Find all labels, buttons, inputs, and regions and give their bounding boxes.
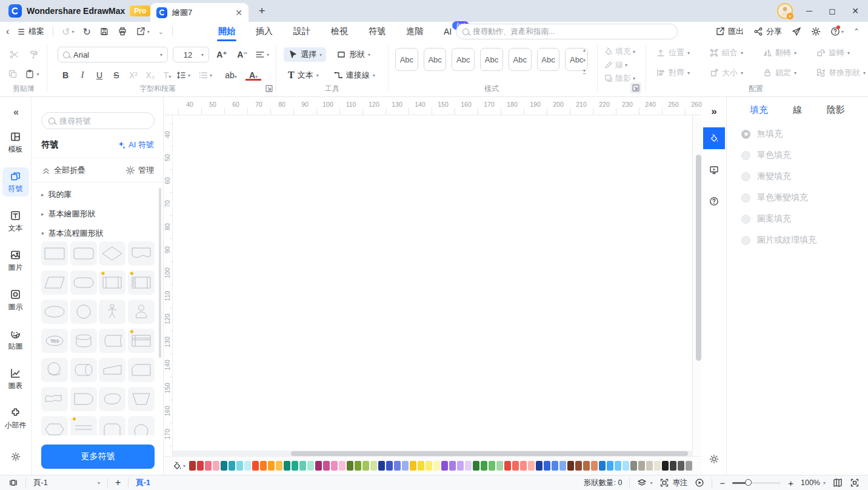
color-swatch[interactable]	[678, 461, 684, 471]
color-swatch[interactable]	[402, 461, 409, 471]
color-swatch[interactable]	[591, 461, 598, 471]
style-scroll-up[interactable]: ▴	[583, 47, 586, 53]
color-swatch[interactable]	[583, 461, 590, 471]
color-swatch[interactable]	[236, 461, 243, 471]
help-button[interactable]: ▾	[830, 27, 844, 36]
superscript-button[interactable]: X²	[125, 70, 141, 80]
shape-circle[interactable]	[70, 300, 97, 324]
color-swatch[interactable]	[536, 461, 542, 471]
zoom-slider-knob[interactable]	[745, 479, 752, 486]
more-symbols-button[interactable]: 更多符號	[41, 445, 155, 469]
subscript-button[interactable]: X₂	[142, 70, 158, 80]
fill-button[interactable]: 填充▾	[604, 46, 641, 57]
config-替換形狀-button[interactable]: 替換形狀▾	[816, 67, 866, 78]
sidebar-item-小部件[interactable]: 小部件	[2, 404, 29, 433]
more-tools-button[interactable]: ⌄	[158, 28, 164, 36]
presentation-panel-tab[interactable]	[703, 159, 725, 181]
color-swatch[interactable]	[355, 461, 361, 471]
color-swatch[interactable]	[481, 461, 487, 471]
format-tab-線[interactable]: 線	[793, 104, 802, 116]
shape-inv-trapezoid[interactable]	[128, 387, 155, 411]
ribbon-tab-AI[interactable]: AIhot	[442, 27, 453, 36]
underline-button[interactable]: U	[92, 70, 107, 80]
sidebar-settings-icon[interactable]	[11, 452, 21, 461]
back-button[interactable]: ‹	[6, 26, 9, 37]
increase-font-button[interactable]: A⁺	[214, 50, 230, 59]
color-swatch[interactable]	[299, 461, 306, 471]
color-swatch[interactable]	[654, 461, 661, 471]
font-family-select[interactable]: Arial▾	[58, 47, 168, 62]
color-swatch[interactable]	[347, 461, 353, 471]
color-swatch[interactable]	[559, 461, 566, 471]
sidebar-collapse-icon[interactable]: «	[13, 107, 18, 118]
style-preview-6[interactable]: Abc	[537, 48, 560, 71]
color-swatch[interactable]	[662, 461, 669, 471]
shape-internal-storage[interactable]: ◆	[128, 329, 155, 353]
maximize-button[interactable]: ◻	[826, 6, 839, 16]
color-swatch[interactable]	[244, 461, 251, 471]
symbol-search-input[interactable]	[59, 116, 138, 126]
avatar[interactable]: v	[777, 3, 793, 19]
color-swatch[interactable]	[686, 461, 692, 471]
page-overview-button[interactable]	[8, 478, 18, 488]
symbol-search[interactable]	[41, 112, 155, 129]
search-input[interactable]	[473, 27, 671, 36]
new-tab-button[interactable]: +	[253, 2, 270, 19]
sidebar-item-圖片[interactable]: 圖片	[2, 246, 29, 275]
color-swatch[interactable]	[394, 461, 401, 471]
color-swatch[interactable]	[284, 461, 290, 471]
shape-direct-data[interactable]	[70, 358, 97, 382]
text-style-button[interactable]: T▾	[159, 70, 175, 80]
color-swatch[interactable]	[276, 461, 282, 471]
fill-panel-tab[interactable]	[703, 127, 725, 149]
shape-double-line[interactable]: ◆	[70, 416, 97, 435]
presentation-play-button[interactable]	[695, 478, 704, 488]
shape-rounded-rect[interactable]	[70, 241, 97, 266]
palette-fill-tool[interactable]: ▾	[172, 461, 185, 471]
global-search[interactable]	[456, 24, 678, 39]
shape-flag[interactable]	[41, 387, 68, 411]
collapse-all-button[interactable]: 全部折疊	[41, 165, 85, 176]
color-swatch[interactable]	[410, 461, 416, 471]
shape-card[interactable]	[128, 358, 155, 382]
export-button[interactable]: 匯出	[715, 26, 744, 37]
config-組合-button[interactable]: 組合▾	[709, 47, 763, 58]
pan-map-button[interactable]	[833, 478, 843, 488]
config-大小-button[interactable]: 大小▾	[709, 67, 763, 78]
color-swatch[interactable]	[339, 461, 346, 471]
symbol-section-基本流程圖形狀[interactable]: ▾基本流程圖形狀	[41, 228, 104, 239]
color-swatch[interactable]	[504, 461, 511, 471]
shape-manual-operation[interactable]	[99, 358, 125, 382]
character-spacing-button[interactable]: ab▾	[220, 70, 242, 80]
ribbon-tab-設計[interactable]: 設計	[292, 26, 312, 37]
color-swatch[interactable]	[449, 461, 456, 471]
font-size-select[interactable]: 12▾	[173, 47, 209, 62]
color-swatch[interactable]	[638, 461, 645, 471]
color-swatch[interactable]	[607, 461, 613, 471]
style-preview-2[interactable]: Abc	[424, 48, 447, 71]
color-swatch[interactable]	[630, 461, 637, 471]
color-swatch[interactable]	[473, 461, 479, 471]
ribbon-tab-檢視[interactable]: 檢視	[330, 26, 349, 37]
align-button[interactable]: ▾	[255, 50, 269, 59]
panel-collapse-icon[interactable]: »	[711, 106, 716, 118]
color-swatch[interactable]	[307, 461, 314, 471]
color-swatch[interactable]	[496, 461, 503, 471]
style-scroll-down[interactable]: ▾	[583, 58, 586, 63]
cut-button[interactable]	[9, 50, 19, 59]
share-button[interactable]: 分享	[753, 26, 782, 37]
minimize-button[interactable]: ─	[803, 6, 816, 16]
shape-user[interactable]	[128, 300, 155, 324]
sidebar-item-貼圖[interactable]: 貼圖	[2, 325, 29, 354]
color-swatch[interactable]	[457, 461, 464, 471]
style-preview-4[interactable]: Abc	[480, 48, 503, 71]
shape-ellipse[interactable]	[41, 300, 68, 324]
shape-multi-process[interactable]: ◆	[128, 270, 155, 295]
shape-hexagon[interactable]	[41, 416, 68, 435]
zoom-level-select[interactable]: 100%▾	[801, 478, 826, 487]
color-swatch[interactable]	[331, 461, 338, 471]
format-tab-填充[interactable]: 填充	[750, 104, 768, 116]
page-selector[interactable]: 頁-1▾	[33, 478, 100, 488]
color-swatch[interactable]	[323, 461, 330, 471]
tab-close-icon[interactable]: ✕	[235, 8, 242, 18]
